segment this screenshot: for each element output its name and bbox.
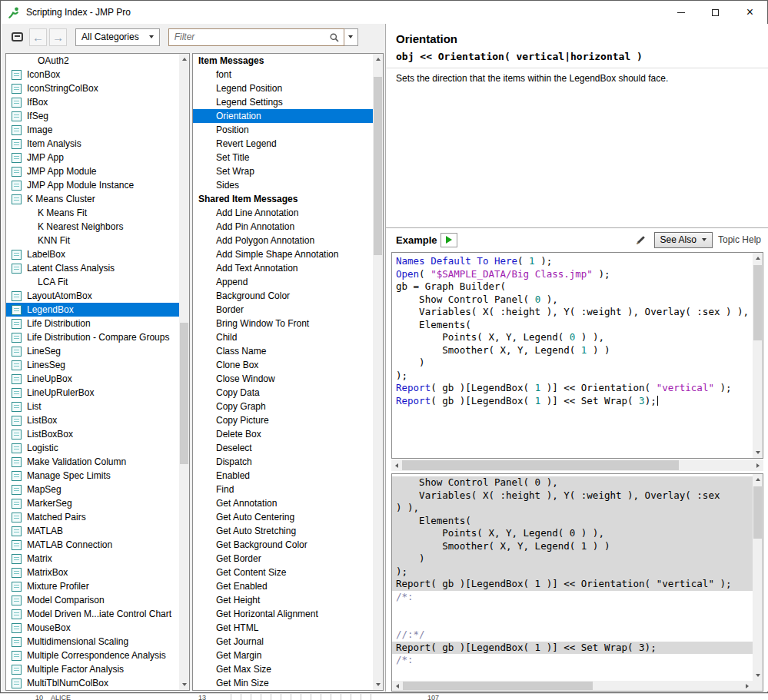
class-list-item[interactable]: MarkerSeg: [6, 496, 179, 510]
class-list-item[interactable]: ListBoxBox: [6, 427, 179, 441]
message-list-item[interactable]: Add Simple Shape Annotation: [193, 247, 373, 261]
scrollbar-track[interactable]: [179, 65, 189, 679]
message-list-item[interactable]: Bring Window To Front: [193, 317, 373, 330]
scrollbar-thumb[interactable]: [403, 682, 593, 690]
scroll-right-button[interactable]: [742, 681, 753, 691]
message-list-item[interactable]: Revert Legend: [193, 137, 373, 151]
message-list-item[interactable]: Get Auto Centering: [193, 510, 373, 524]
class-list-item[interactable]: Make Validation Column: [6, 455, 179, 469]
class-list-item[interactable]: Life Distribution: [6, 317, 179, 330]
class-list-item[interactable]: Multiple Factor Analysis: [6, 662, 179, 676]
scrollbar-thumb[interactable]: [402, 460, 679, 470]
back-button[interactable]: ←: [29, 28, 47, 46]
message-list-item[interactable]: font: [193, 68, 373, 81]
scroll-down-button[interactable]: [753, 670, 763, 681]
message-list-item[interactable]: Get Min Size: [193, 676, 373, 690]
class-list-item[interactable]: Mixture Profiler: [6, 579, 179, 593]
message-list-item[interactable]: Add Text Annotation: [193, 261, 373, 275]
class-list-item[interactable]: Matrix: [6, 552, 179, 566]
class-list-item[interactable]: LinesSeg: [6, 358, 179, 372]
message-list-item[interactable]: Dispatch: [193, 455, 373, 469]
collapse-display-button[interactable]: [7, 28, 27, 46]
class-list-item[interactable]: LineUpBox: [6, 372, 179, 386]
class-list-item[interactable]: Logistic: [6, 441, 179, 455]
category-dropdown[interactable]: All Categories: [75, 28, 160, 46]
message-list-item[interactable]: Get Horizontal Alignment: [193, 607, 373, 621]
message-list-item[interactable]: Position: [193, 123, 373, 137]
class-list-item[interactable]: K Means Fit: [6, 206, 179, 220]
class-list-item[interactable]: OAuth2: [6, 54, 179, 68]
message-list-item[interactable]: Get HTML: [193, 621, 373, 635]
scroll-left-button[interactable]: [392, 681, 403, 691]
class-list-item[interactable]: Matched Pairs: [6, 510, 179, 524]
message-list-item[interactable]: Legend Position: [193, 81, 373, 95]
message-list-scrollbar[interactable]: [373, 54, 383, 690]
message-list-item[interactable]: Get Margin: [193, 649, 373, 662]
scrollbar-thumb[interactable]: [753, 265, 762, 340]
class-list-item[interactable]: Item Analysis: [6, 137, 179, 151]
scroll-down-button[interactable]: [753, 447, 763, 458]
message-list-item[interactable]: Background Color: [193, 289, 373, 303]
class-list-item[interactable]: JMP App Module: [6, 164, 179, 178]
class-list-item[interactable]: MATLAB Connection: [6, 538, 179, 552]
class-list-item[interactable]: Multiple Correspondence Analysis: [6, 649, 179, 662]
run-example-button[interactable]: [441, 233, 457, 247]
scroll-up-button[interactable]: [753, 253, 763, 264]
class-list-item[interactable]: LabelBox: [6, 247, 179, 261]
class-list-item[interactable]: LayoutAtomBox: [6, 289, 179, 303]
scrollbar-thumb[interactable]: [180, 323, 188, 464]
scroll-right-button[interactable]: [753, 459, 763, 471]
message-list-item[interactable]: Get Background Color: [193, 538, 373, 552]
class-list-item[interactable]: MatrixBox: [6, 566, 179, 579]
see-also-dropdown[interactable]: See Also: [654, 232, 713, 248]
scrollbar-thumb[interactable]: [753, 486, 762, 539]
example-script-editor[interactable]: Names Default To Here( 1 );Open( "$SAMPL…: [391, 252, 763, 459]
message-list-item[interactable]: Append: [193, 275, 373, 289]
class-list-item[interactable]: Life Distribution - Compare Groups: [6, 330, 179, 344]
message-list-item[interactable]: Copy Data: [193, 386, 373, 400]
close-button[interactable]: ×: [733, 1, 767, 24]
minimize-button[interactable]: [663, 1, 698, 24]
message-list-item[interactable]: Add Pin Annotation: [193, 220, 373, 234]
topic-help-button[interactable]: Topic Help: [718, 234, 761, 245]
message-list-item[interactable]: Find: [193, 483, 373, 496]
scrollbar-track[interactable]: [403, 681, 742, 691]
message-list-item[interactable]: Get Max Size: [193, 662, 373, 676]
message-list-item[interactable]: Orientation: [193, 109, 373, 123]
message-list-item[interactable]: Get Auto Stretching: [193, 524, 373, 538]
message-list-item[interactable]: Get Journal: [193, 635, 373, 649]
scroll-left-button[interactable]: [391, 459, 402, 471]
class-list-item[interactable]: MouseBox: [6, 621, 179, 635]
scrollbar-thumb[interactable]: [374, 77, 382, 255]
message-list-item[interactable]: Get Height: [193, 593, 373, 607]
message-list-item[interactable]: Legend Settings: [193, 95, 373, 109]
message-list-item[interactable]: Child: [193, 330, 373, 344]
class-list-item[interactable]: LegendBox: [6, 303, 179, 317]
message-list-item[interactable]: Get Border: [193, 552, 373, 566]
message-list-item[interactable]: Delete Box: [193, 427, 373, 441]
scrollbar-track[interactable]: [402, 459, 753, 471]
message-list-item[interactable]: Class Name: [193, 344, 373, 358]
class-list-item[interactable]: MultiTblNumColBox: [6, 676, 179, 690]
scroll-down-button[interactable]: [373, 679, 383, 690]
scroll-up-button[interactable]: [373, 54, 383, 65]
open-in-script-editor-button[interactable]: [633, 232, 649, 247]
class-list-item[interactable]: MATLAB: [6, 524, 179, 538]
class-list-item[interactable]: MapSeg: [6, 483, 179, 496]
message-list-item[interactable]: Deselect: [193, 441, 373, 455]
maximize-button[interactable]: [698, 1, 733, 24]
scrollbar-track[interactable]: [753, 485, 763, 670]
scrollbar-track[interactable]: [373, 65, 383, 679]
message-list-item[interactable]: Close Window: [193, 372, 373, 386]
filter-history-dropdown[interactable]: [344, 28, 358, 46]
message-list-item[interactable]: Get Enabled: [193, 579, 373, 593]
class-list-item[interactable]: ListBox: [6, 413, 179, 427]
message-list-item[interactable]: Set Wrap: [193, 164, 373, 178]
class-list-item[interactable]: KNN Fit: [6, 234, 179, 247]
class-list-item[interactable]: LineUpRulerBox: [6, 386, 179, 400]
class-list-item[interactable]: IfBox: [6, 95, 179, 109]
class-list-item[interactable]: LCA Fit: [6, 275, 179, 289]
scroll-down-button[interactable]: [179, 679, 189, 690]
message-list-item[interactable]: Set Title: [193, 151, 373, 164]
class-list-item[interactable]: Model Comparison: [6, 593, 179, 607]
